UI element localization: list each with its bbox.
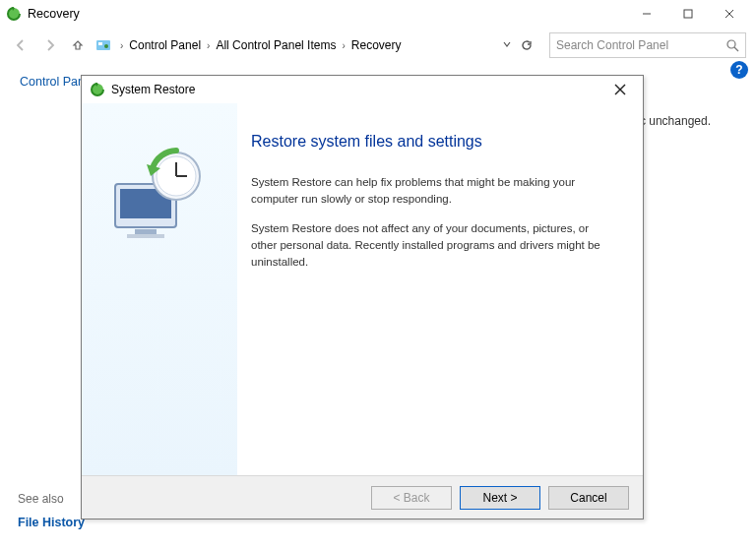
control-panel-icon <box>94 36 112 54</box>
search-placeholder: Search Control Panel <box>556 38 668 52</box>
window-maximize-button[interactable] <box>667 1 709 27</box>
chevron-right-icon: › <box>342 40 345 51</box>
file-history-link[interactable]: File History <box>18 516 85 529</box>
system-restore-dialog: System Restore <box>81 75 644 519</box>
refresh-button[interactable] <box>518 36 536 54</box>
dialog-paragraph-1: System Restore can help fix problems tha… <box>251 174 617 207</box>
chevron-right-icon: › <box>207 40 210 51</box>
breadcrumb: › Control Panel › All Control Panel Item… <box>120 36 541 54</box>
window-close-button[interactable] <box>709 1 750 27</box>
dialog-close-button[interactable] <box>605 78 635 101</box>
nav-up-button[interactable] <box>69 36 87 54</box>
next-button[interactable]: Next > <box>460 486 540 510</box>
cancel-button[interactable]: Cancel <box>548 486 629 510</box>
address-bar: › Control Panel › All Control Panel Item… <box>0 28 756 63</box>
dialog-main-panel: Restore system files and settings System… <box>237 103 643 475</box>
svg-rect-2 <box>684 10 692 18</box>
address-dropdown-icon[interactable] <box>502 38 512 52</box>
svg-rect-15 <box>135 229 157 234</box>
crumb-recovery[interactable]: Recovery <box>349 36 404 54</box>
dialog-paragraph-2: System Restore does not affect any of yo… <box>251 220 617 270</box>
svg-rect-6 <box>98 42 102 45</box>
background-text-fragment: ic unchanged. <box>637 114 711 128</box>
nav-back-button[interactable] <box>10 34 32 56</box>
back-button: < Back <box>371 486 452 510</box>
crumb-all-items[interactable]: All Control Panel Items <box>214 36 338 54</box>
search-input[interactable]: Search Control Panel <box>549 32 746 58</box>
system-restore-icon <box>90 82 105 97</box>
nav-forward-button[interactable] <box>39 34 61 56</box>
svg-point-7 <box>104 44 108 48</box>
svg-rect-16 <box>127 234 164 238</box>
svg-line-9 <box>734 47 738 51</box>
search-icon <box>725 38 739 52</box>
dialog-titlebar: System Restore <box>82 76 643 103</box>
dialog-title: System Restore <box>111 83 195 96</box>
recovery-icon <box>6 6 22 22</box>
dialog-illustration-panel <box>82 103 237 475</box>
window-title: Recovery <box>28 7 80 21</box>
recovery-titlebar: Recovery <box>0 0 756 28</box>
see-also-heading: See also <box>18 492 64 506</box>
window-buttons <box>626 1 750 27</box>
window-minimize-button[interactable] <box>626 1 667 27</box>
system-restore-illustration-icon <box>105 143 214 254</box>
crumb-control-panel[interactable]: Control Panel <box>127 36 203 54</box>
dialog-heading: Restore system files and settings <box>251 133 617 151</box>
dialog-footer: < Back Next > Cancel <box>82 475 643 519</box>
chevron-right-icon: › <box>120 40 123 51</box>
svg-point-8 <box>727 40 735 48</box>
dialog-body: Restore system files and settings System… <box>82 103 643 475</box>
